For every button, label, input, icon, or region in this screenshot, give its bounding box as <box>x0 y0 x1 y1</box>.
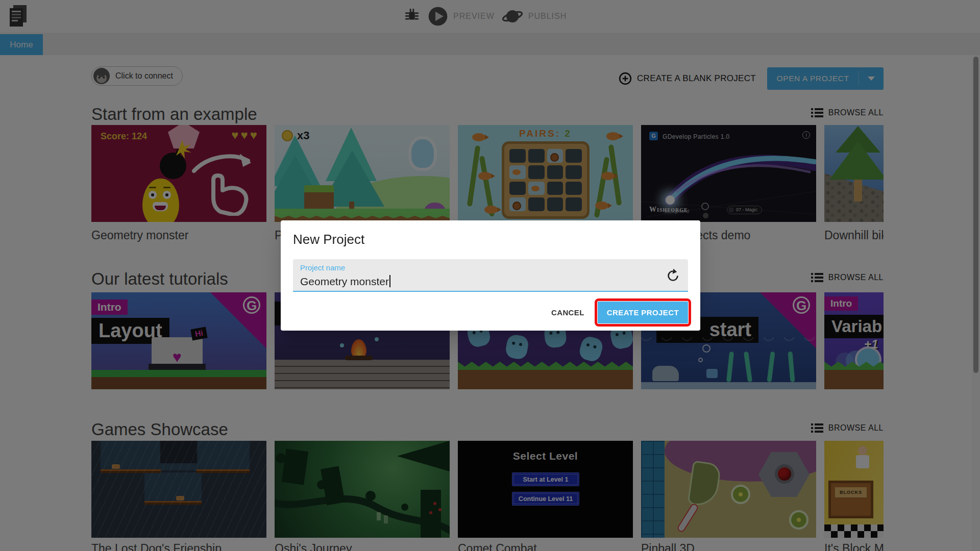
dialog-title: New Project <box>293 232 364 247</box>
text-cursor <box>389 275 390 287</box>
cancel-button[interactable]: CANCEL <box>551 308 584 317</box>
new-project-dialog: New Project Project name Geometry monste… <box>281 220 700 331</box>
project-name-label: Project name <box>300 263 345 272</box>
create-project-button[interactable]: CREATE PROJECT <box>598 302 688 323</box>
refresh-icon[interactable] <box>666 269 680 283</box>
project-name-value: Geometry monster <box>300 275 390 288</box>
project-name-field[interactable]: Project name Geometry monster <box>293 259 688 292</box>
